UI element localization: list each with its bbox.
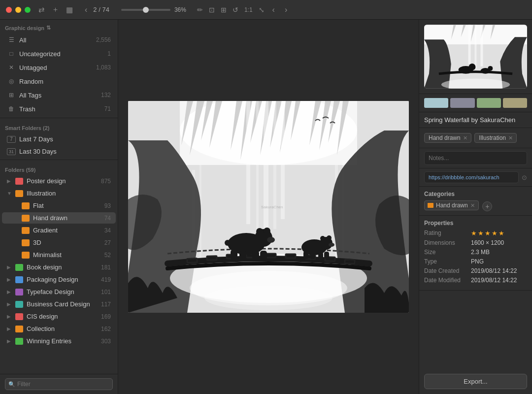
traffic-lights (6, 7, 31, 13)
thumbnail-image (424, 25, 527, 89)
dimensions-label: Dimensions (424, 239, 471, 246)
svg-point-70 (469, 64, 476, 70)
svg-rect-56 (324, 252, 329, 259)
swap-icon[interactable]: ⇄ (38, 5, 45, 14)
maximize-button[interactable] (25, 7, 31, 13)
svg-rect-34 (286, 254, 296, 258)
page-current: 2 (93, 6, 97, 13)
sidebar-item-3d[interactable]: 3D 27 (2, 237, 116, 248)
packaging-count: 419 (101, 276, 111, 283)
svg-rect-22 (281, 101, 285, 219)
titlebar: ⇄ ＋ ▦ ‹ 2 / 74 36% ✏ ⊡ ⊞ ↺ 1:1 ⤡ ‹ › (0, 0, 532, 20)
pencil-icon[interactable]: ✏ (197, 6, 203, 14)
rotate-icon[interactable]: ↺ (233, 6, 238, 14)
sidebar-item-minimalist[interactable]: Minimalist 52 (2, 249, 116, 261)
trash-label: Trash (19, 105, 104, 113)
sidebar-item-all[interactable]: ☰ All 2,556 (2, 33, 116, 46)
tag-illustration: Illustration ✕ (474, 133, 517, 143)
url-go-icon[interactable]: ⊙ (522, 174, 527, 181)
untagged-count: 1,083 (96, 64, 111, 71)
flat-folder-icon (22, 202, 30, 209)
cis-count: 169 (101, 313, 111, 320)
filter-input[interactable] (5, 378, 113, 390)
flat-count: 93 (104, 202, 111, 209)
sidebar-item-untagged[interactable]: ✕ Untagged 1,083 (2, 61, 116, 74)
sidebar-item-cis[interactable]: ▶ CIS design 169 (2, 311, 116, 322)
zoom-slider[interactable] (121, 9, 170, 11)
filter-search-icon: 🔍 (8, 381, 15, 388)
alltags-label: All Tags (19, 92, 101, 99)
sidebar-item-collection[interactable]: ▶ Collection 162 (2, 323, 116, 334)
minimize-button[interactable] (15, 7, 21, 13)
category-add-button[interactable]: + (482, 201, 492, 211)
sidebar-item-handdrawn[interactable]: Hand drawn 74 (2, 212, 116, 224)
notes-input[interactable] (424, 151, 527, 165)
nav-prev-icon[interactable]: ‹ (270, 4, 277, 15)
sidebar-item-alltags[interactable]: ⊞ All Tags 132 (2, 89, 116, 101)
sidebar-item-random[interactable]: ◎ Random (2, 75, 116, 88)
add-icon[interactable]: ＋ (52, 5, 59, 14)
right-panel: Spring Waterfall by SakuraChen Hand draw… (419, 20, 532, 394)
sidebar-item-packaging[interactable]: ▶ Packaging Design 419 (2, 274, 116, 285)
export-button[interactable]: Export... (424, 374, 527, 389)
svg-rect-19 (256, 101, 259, 239)
star-4[interactable]: ★ (492, 230, 498, 237)
sidebar-item-last30[interactable]: 31 Last 30 Days (2, 146, 116, 157)
sidebar-item-typeface[interactable]: ▶ Typeface Design 101 (2, 286, 116, 297)
tag-handdrawn-remove[interactable]: ✕ (463, 135, 467, 141)
bookdesign-toggle: ▶ (7, 264, 14, 270)
sidebar-item-illustration[interactable]: ▼ Illustration (2, 188, 116, 199)
library-sort-icon[interactable]: ⇅ (46, 25, 51, 31)
url-input[interactable] (424, 171, 519, 183)
swatch-1[interactable] (424, 98, 448, 108)
bookdesign-folder-icon (15, 264, 23, 271)
zoom-thumb[interactable] (143, 7, 149, 13)
handdrawn-count: 74 (104, 215, 111, 222)
close-button[interactable] (6, 7, 12, 13)
illustration-label: Illustration (27, 190, 111, 197)
ratio-label[interactable]: 1:1 (244, 6, 253, 13)
last30-label: Last 30 Days (19, 148, 111, 155)
category-handdrawn-remove[interactable]: ✕ (470, 202, 475, 209)
svg-rect-55 (318, 252, 323, 260)
gradient-count: 34 (104, 227, 111, 234)
nav-next-icon[interactable]: › (283, 4, 289, 15)
swatch-2[interactable] (450, 98, 474, 108)
sidebar-item-winning[interactable]: ▶ Winning Entries 303 (2, 335, 116, 347)
alltags-icon: ⊞ (7, 91, 16, 99)
swatch-4[interactable] (503, 98, 527, 108)
stars[interactable]: ★ ★ ★ ★ ★ (471, 230, 504, 237)
sidebar-item-poster[interactable]: ▶ Poster design 875 (2, 175, 116, 187)
svg-rect-54 (310, 252, 315, 259)
all-count: 2,556 (96, 36, 111, 43)
sidebar-item-trash[interactable]: 🗑 Trash 71 (2, 102, 116, 115)
sidebar-item-gradient[interactable]: Gradient 34 (2, 225, 116, 236)
sidebar-item-bizcard[interactable]: ▶ Business Card Design 117 (2, 298, 116, 310)
sidebar-item-uncategorized[interactable]: □ Uncategorized 1 (2, 47, 116, 60)
crop-icon[interactable]: ⊡ (209, 6, 215, 14)
sidebar-item-last7[interactable]: 7 Last 7 Days (2, 133, 116, 145)
main-layout: Graphic design ⇅ ☰ All 2,556 □ Uncategor… (0, 20, 532, 394)
type-value: PNG (471, 258, 484, 265)
date-modified-value: 2019/08/12 14:22 (471, 277, 517, 284)
date-created-value: 2019/08/12 14:22 (471, 267, 517, 274)
star-2[interactable]: ★ (478, 230, 484, 237)
sidebar-item-flat[interactable]: Flat 93 (2, 200, 116, 211)
fullscreen-icon[interactable]: ⤡ (259, 6, 265, 14)
star-5[interactable]: ★ (499, 230, 504, 237)
tag-illustration-remove[interactable]: ✕ (508, 135, 513, 141)
prev-button[interactable]: ‹ (83, 4, 89, 15)
star-1[interactable]: ★ (471, 230, 477, 237)
type-label: Type (424, 258, 471, 265)
swatch-3[interactable] (477, 98, 501, 108)
bizcard-count: 117 (101, 301, 111, 308)
svg-point-42 (267, 237, 275, 243)
winning-count: 303 (101, 338, 111, 345)
transform-icon[interactable]: ⊞ (221, 6, 227, 14)
sidebar-item-bookdesign[interactable]: ▶ Book design 181 (2, 262, 116, 273)
star-3[interactable]: ★ (485, 230, 491, 237)
3d-folder-icon (22, 239, 30, 246)
collection-folder-icon (15, 326, 23, 332)
panels-icon[interactable]: ▦ (66, 5, 73, 14)
untagged-icon: ✕ (7, 63, 16, 72)
